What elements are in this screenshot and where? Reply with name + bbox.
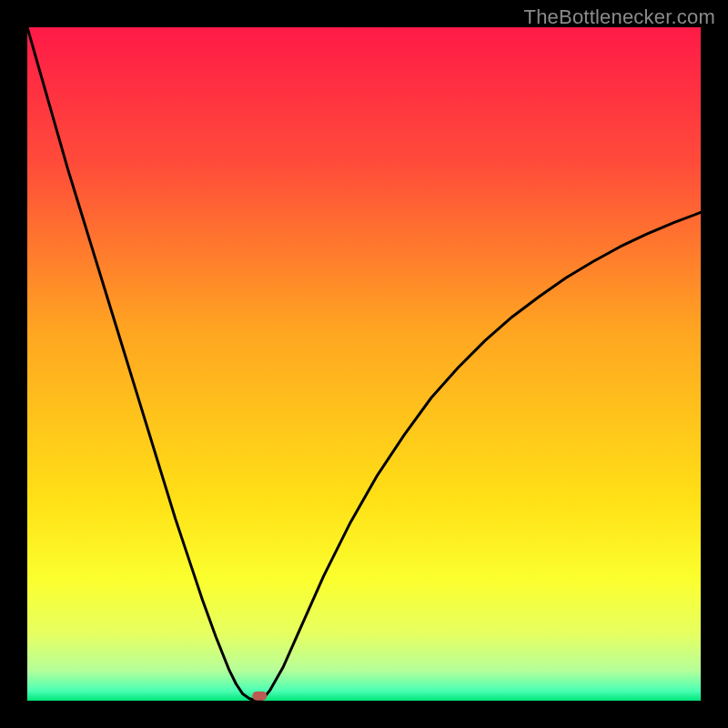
chart-frame: TheBottlenecker.com bbox=[0, 0, 728, 728]
chart-svg bbox=[27, 27, 701, 701]
watermark-text: TheBottlenecker.com bbox=[524, 5, 715, 29]
trough-marker bbox=[252, 692, 267, 701]
plot-area bbox=[27, 27, 701, 701]
